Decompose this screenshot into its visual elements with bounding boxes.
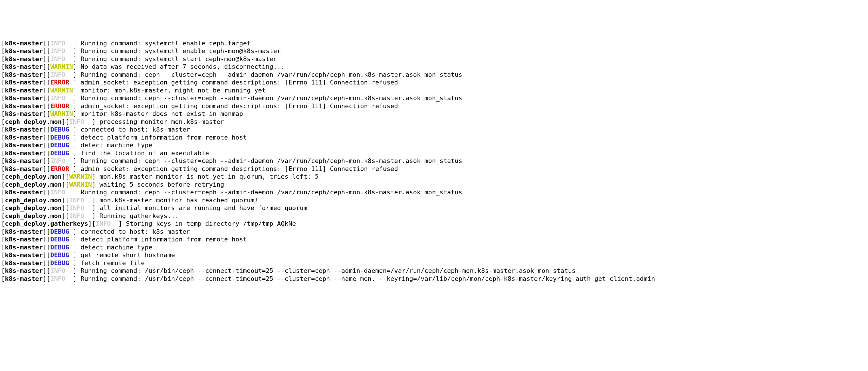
- log-line: [ceph_deploy.mon][WARNIN] mon.k8s-master…: [1, 173, 867, 181]
- log-message: mon.k8s-master monitor is not yet in quo…: [99, 173, 318, 180]
- log-source: k8s-master: [5, 71, 42, 78]
- log-line: [ceph_deploy.gatherkeys][INFO ] Storing …: [1, 220, 867, 228]
- log-level: INFO: [50, 189, 73, 196]
- log-line: [k8s-master][ERROR ] admin_socket: excep…: [1, 102, 867, 110]
- log-message: admin_socket: exception getting command …: [81, 165, 398, 173]
- log-level: INFO: [69, 204, 92, 212]
- log-message: waiting 5 seconds before retrying: [99, 181, 224, 188]
- log-line: [k8s-master][DEBUG ] detect platform inf…: [1, 133, 867, 142]
- log-level: WARNIN: [69, 181, 92, 188]
- log-source: k8s-master: [5, 165, 42, 173]
- log-line: [k8s-master][DEBUG ] connected to host: …: [1, 126, 867, 133]
- log-line: [k8s-master][DEBUG ] find the location o…: [1, 149, 867, 157]
- log-message: processing monitor mon.k8s-master: [99, 118, 224, 125]
- log-line: [ceph_deploy.mon][INFO ] mon.k8s-master …: [1, 196, 867, 204]
- log-line: [k8s-master][INFO ] Running command: sys…: [1, 39, 867, 48]
- log-source: ceph_deploy.mon: [5, 173, 62, 180]
- log-message: monitor k8s-master does not exist in mon…: [81, 110, 243, 117]
- log-line: [k8s-master][DEBUG ] detect machine type: [1, 243, 867, 251]
- log-message: Running command: ceph --cluster=ceph --a…: [81, 94, 462, 102]
- log-source: ceph_deploy.mon: [5, 118, 62, 125]
- log-level: INFO: [69, 118, 92, 125]
- log-message: detect platform information from remote …: [81, 236, 247, 243]
- log-level: INFO: [69, 197, 92, 204]
- log-level: INFO: [69, 212, 92, 219]
- log-source: k8s-master: [5, 48, 42, 55]
- log-message: Running command: systemctl start ceph-mo…: [81, 55, 277, 62]
- log-level: DEBUG: [50, 244, 73, 251]
- log-line: [ceph_deploy.mon][INFO ] processing moni…: [1, 118, 867, 126]
- log-line: [k8s-master][INFO ] Running command: cep…: [1, 71, 867, 79]
- log-message: monitor: mon.k8s-master, might not be ru…: [81, 87, 266, 94]
- log-message: admin_socket: exception getting command …: [81, 102, 398, 110]
- log-source: k8s-master: [5, 267, 42, 274]
- log-source: k8s-master: [5, 102, 42, 110]
- log-level: INFO: [50, 157, 73, 164]
- log-line: [ceph_deploy.mon][WARNIN] waiting 5 seco…: [1, 181, 867, 189]
- log-message: mon.k8s-master monitor has reached quoru…: [99, 197, 258, 204]
- log-message: connected to host: k8s-master: [81, 126, 194, 133]
- log-message: detect platform information from remote …: [81, 134, 247, 141]
- log-level: ERROR: [50, 79, 73, 86]
- log-message: detect machine type: [81, 142, 152, 149]
- log-level: DEBUG: [50, 236, 73, 243]
- log-level: DEBUG: [50, 150, 73, 157]
- log-line: [k8s-master][ERROR ] admin_socket: excep…: [1, 79, 867, 87]
- log-level: INFO: [50, 48, 73, 55]
- log-line: [ceph_deploy.mon][INFO ] all initial mon…: [1, 204, 867, 212]
- log-source: ceph_deploy.mon: [5, 197, 62, 204]
- terminal-output: [k8s-master][INFO ] Running command: sys…: [0, 39, 868, 283]
- log-source: k8s-master: [5, 134, 42, 141]
- log-level: INFO: [50, 275, 73, 282]
- log-line: [k8s-master][INFO ] Running command: sys…: [1, 55, 867, 63]
- log-source: ceph_deploy.mon: [5, 181, 62, 188]
- log-source: ceph_deploy.mon: [5, 212, 62, 219]
- log-source: k8s-master: [5, 142, 42, 149]
- log-source: k8s-master: [5, 63, 42, 70]
- log-message: admin_socket: exception getting command …: [81, 79, 398, 86]
- log-level: INFO: [50, 55, 73, 62]
- log-level: WARNIN: [50, 87, 73, 94]
- log-level: ERROR: [50, 165, 73, 173]
- log-message: Running command: /usr/bin/ceph --connect…: [81, 267, 576, 274]
- log-level: DEBUG: [50, 251, 73, 258]
- log-line: [ceph_deploy.mon][INFO ] Running gatherk…: [1, 212, 867, 220]
- log-source: k8s-master: [5, 79, 42, 86]
- log-line: [k8s-master][DEBUG ] get remote short ho…: [1, 251, 867, 259]
- log-source: ceph_deploy.gatherkeys: [5, 220, 88, 227]
- log-source: k8s-master: [5, 275, 42, 282]
- log-message: Running command: ceph --cluster=ceph --a…: [81, 157, 462, 164]
- log-source: k8s-master: [5, 126, 42, 133]
- log-level: INFO: [50, 267, 73, 274]
- log-level: WARNIN: [50, 110, 73, 117]
- log-source: k8s-master: [5, 259, 42, 267]
- log-message: Running gatherkeys...: [99, 212, 179, 219]
- log-message: fetch remote file: [81, 259, 145, 267]
- log-line: [k8s-master][INFO ] Running command: cep…: [1, 94, 867, 102]
- log-line: [k8s-master][WARNIN] No data was receive…: [1, 63, 867, 71]
- log-message: Storing keys in temp directory /tmp/tmp_…: [126, 220, 296, 227]
- log-line: [k8s-master][INFO ] Running command: cep…: [1, 188, 867, 196]
- log-message: connected to host: k8s-master: [81, 228, 194, 235]
- log-level: DEBUG: [50, 134, 73, 141]
- log-source: k8s-master: [5, 150, 42, 157]
- log-message: find the location of an executable: [81, 150, 209, 157]
- log-message: get remote short hostname: [81, 251, 175, 258]
- log-level: WARNIN: [69, 173, 92, 180]
- log-source: k8s-master: [5, 244, 42, 251]
- log-source: k8s-master: [5, 236, 42, 243]
- log-message: Running command: ceph --cluster=ceph --a…: [81, 71, 462, 78]
- log-message: Running command: ceph --cluster=ceph --a…: [81, 189, 462, 196]
- log-source: k8s-master: [5, 94, 42, 102]
- log-line: [k8s-master][INFO ] Running command: /us…: [1, 267, 867, 275]
- log-source: k8s-master: [5, 55, 42, 62]
- log-message: Running command: systemctl enable ceph.t…: [81, 40, 251, 47]
- log-message: detect machine type: [81, 244, 152, 251]
- log-source: k8s-master: [5, 40, 42, 47]
- log-line: [k8s-master][ERROR ] admin_socket: excep…: [1, 165, 867, 173]
- log-source: k8s-master: [5, 251, 42, 258]
- log-line: [k8s-master][DEBUG ] detect platform inf…: [1, 236, 867, 243]
- log-source: k8s-master: [5, 110, 42, 117]
- log-line: [k8s-master][WARNIN] monitor: mon.k8s-ma…: [1, 87, 867, 94]
- log-level: INFO: [50, 94, 73, 102]
